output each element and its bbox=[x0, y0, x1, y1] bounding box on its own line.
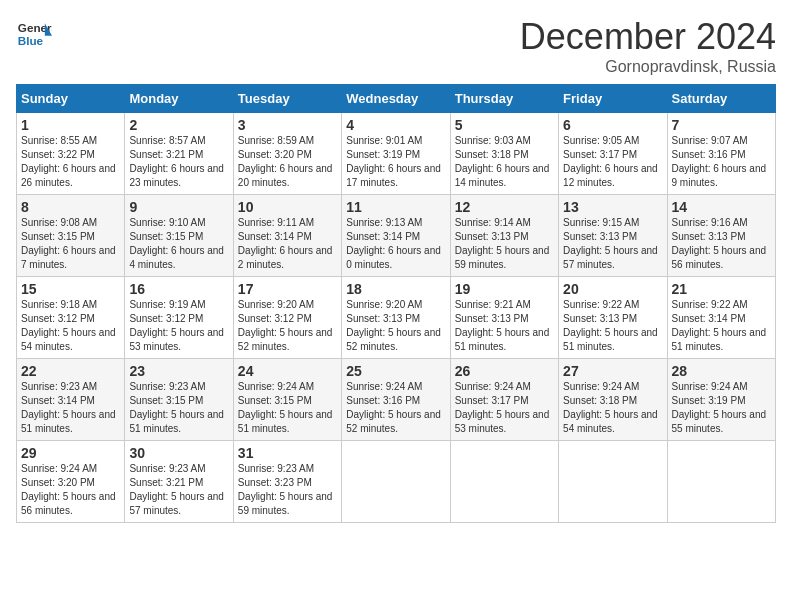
day-cell: 26Sunrise: 9:24 AMSunset: 3:17 PMDayligh… bbox=[450, 359, 558, 441]
day-number: 16 bbox=[129, 281, 228, 297]
day-detail: Sunrise: 8:55 AMSunset: 3:22 PMDaylight:… bbox=[21, 134, 120, 190]
week-row-5: 29Sunrise: 9:24 AMSunset: 3:20 PMDayligh… bbox=[17, 441, 776, 523]
calendar-table: SundayMondayTuesdayWednesdayThursdayFrid… bbox=[16, 84, 776, 523]
header-thursday: Thursday bbox=[450, 85, 558, 113]
day-number: 24 bbox=[238, 363, 337, 379]
day-cell: 31Sunrise: 9:23 AMSunset: 3:23 PMDayligh… bbox=[233, 441, 341, 523]
day-number: 21 bbox=[672, 281, 771, 297]
week-row-2: 8Sunrise: 9:08 AMSunset: 3:15 PMDaylight… bbox=[17, 195, 776, 277]
day-cell: 8Sunrise: 9:08 AMSunset: 3:15 PMDaylight… bbox=[17, 195, 125, 277]
day-cell: 22Sunrise: 9:23 AMSunset: 3:14 PMDayligh… bbox=[17, 359, 125, 441]
day-detail: Sunrise: 9:23 AMSunset: 3:21 PMDaylight:… bbox=[129, 462, 228, 518]
header-friday: Friday bbox=[559, 85, 667, 113]
day-number: 20 bbox=[563, 281, 662, 297]
day-number: 23 bbox=[129, 363, 228, 379]
day-number: 25 bbox=[346, 363, 445, 379]
day-detail: Sunrise: 9:23 AMSunset: 3:15 PMDaylight:… bbox=[129, 380, 228, 436]
day-detail: Sunrise: 9:20 AMSunset: 3:12 PMDaylight:… bbox=[238, 298, 337, 354]
day-detail: Sunrise: 9:15 AMSunset: 3:13 PMDaylight:… bbox=[563, 216, 662, 272]
day-cell: 15Sunrise: 9:18 AMSunset: 3:12 PMDayligh… bbox=[17, 277, 125, 359]
day-number: 12 bbox=[455, 199, 554, 215]
day-cell: 13Sunrise: 9:15 AMSunset: 3:13 PMDayligh… bbox=[559, 195, 667, 277]
day-cell: 17Sunrise: 9:20 AMSunset: 3:12 PMDayligh… bbox=[233, 277, 341, 359]
day-cell: 11Sunrise: 9:13 AMSunset: 3:14 PMDayligh… bbox=[342, 195, 450, 277]
day-number: 27 bbox=[563, 363, 662, 379]
day-cell: 7Sunrise: 9:07 AMSunset: 3:16 PMDaylight… bbox=[667, 113, 775, 195]
header-sunday: Sunday bbox=[17, 85, 125, 113]
day-cell: 20Sunrise: 9:22 AMSunset: 3:13 PMDayligh… bbox=[559, 277, 667, 359]
day-detail: Sunrise: 9:24 AMSunset: 3:16 PMDaylight:… bbox=[346, 380, 445, 436]
day-cell: 2Sunrise: 8:57 AMSunset: 3:21 PMDaylight… bbox=[125, 113, 233, 195]
day-cell: 3Sunrise: 8:59 AMSunset: 3:20 PMDaylight… bbox=[233, 113, 341, 195]
header-saturday: Saturday bbox=[667, 85, 775, 113]
day-number: 8 bbox=[21, 199, 120, 215]
logo-icon: General Blue bbox=[16, 16, 52, 52]
day-number: 31 bbox=[238, 445, 337, 461]
day-number: 18 bbox=[346, 281, 445, 297]
day-cell: 10Sunrise: 9:11 AMSunset: 3:14 PMDayligh… bbox=[233, 195, 341, 277]
day-detail: Sunrise: 8:57 AMSunset: 3:21 PMDaylight:… bbox=[129, 134, 228, 190]
day-detail: Sunrise: 9:23 AMSunset: 3:14 PMDaylight:… bbox=[21, 380, 120, 436]
day-detail: Sunrise: 9:08 AMSunset: 3:15 PMDaylight:… bbox=[21, 216, 120, 272]
day-detail: Sunrise: 9:20 AMSunset: 3:13 PMDaylight:… bbox=[346, 298, 445, 354]
day-cell: 19Sunrise: 9:21 AMSunset: 3:13 PMDayligh… bbox=[450, 277, 558, 359]
day-cell: 29Sunrise: 9:24 AMSunset: 3:20 PMDayligh… bbox=[17, 441, 125, 523]
day-detail: Sunrise: 9:11 AMSunset: 3:14 PMDaylight:… bbox=[238, 216, 337, 272]
svg-text:Blue: Blue bbox=[18, 34, 44, 47]
day-detail: Sunrise: 9:16 AMSunset: 3:13 PMDaylight:… bbox=[672, 216, 771, 272]
calendar-body: 1Sunrise: 8:55 AMSunset: 3:22 PMDaylight… bbox=[17, 113, 776, 523]
day-number: 22 bbox=[21, 363, 120, 379]
day-cell bbox=[342, 441, 450, 523]
day-number: 15 bbox=[21, 281, 120, 297]
day-number: 26 bbox=[455, 363, 554, 379]
day-detail: Sunrise: 9:24 AMSunset: 3:19 PMDaylight:… bbox=[672, 380, 771, 436]
header-tuesday: Tuesday bbox=[233, 85, 341, 113]
day-cell: 28Sunrise: 9:24 AMSunset: 3:19 PMDayligh… bbox=[667, 359, 775, 441]
calendar-header-row: SundayMondayTuesdayWednesdayThursdayFrid… bbox=[17, 85, 776, 113]
page-header: General Blue December 2024 Gornopravdins… bbox=[16, 16, 776, 76]
day-cell bbox=[559, 441, 667, 523]
header-wednesday: Wednesday bbox=[342, 85, 450, 113]
day-cell: 25Sunrise: 9:24 AMSunset: 3:16 PMDayligh… bbox=[342, 359, 450, 441]
day-cell: 14Sunrise: 9:16 AMSunset: 3:13 PMDayligh… bbox=[667, 195, 775, 277]
day-detail: Sunrise: 9:24 AMSunset: 3:20 PMDaylight:… bbox=[21, 462, 120, 518]
day-cell: 23Sunrise: 9:23 AMSunset: 3:15 PMDayligh… bbox=[125, 359, 233, 441]
day-number: 4 bbox=[346, 117, 445, 133]
day-detail: Sunrise: 9:07 AMSunset: 3:16 PMDaylight:… bbox=[672, 134, 771, 190]
day-cell: 5Sunrise: 9:03 AMSunset: 3:18 PMDaylight… bbox=[450, 113, 558, 195]
day-number: 30 bbox=[129, 445, 228, 461]
day-detail: Sunrise: 9:21 AMSunset: 3:13 PMDaylight:… bbox=[455, 298, 554, 354]
week-row-3: 15Sunrise: 9:18 AMSunset: 3:12 PMDayligh… bbox=[17, 277, 776, 359]
day-cell: 27Sunrise: 9:24 AMSunset: 3:18 PMDayligh… bbox=[559, 359, 667, 441]
day-cell: 12Sunrise: 9:14 AMSunset: 3:13 PMDayligh… bbox=[450, 195, 558, 277]
title-block: December 2024 Gornopravdinsk, Russia bbox=[520, 16, 776, 76]
day-cell: 18Sunrise: 9:20 AMSunset: 3:13 PMDayligh… bbox=[342, 277, 450, 359]
day-detail: Sunrise: 9:19 AMSunset: 3:12 PMDaylight:… bbox=[129, 298, 228, 354]
day-detail: Sunrise: 9:24 AMSunset: 3:17 PMDaylight:… bbox=[455, 380, 554, 436]
day-number: 2 bbox=[129, 117, 228, 133]
day-number: 17 bbox=[238, 281, 337, 297]
day-number: 10 bbox=[238, 199, 337, 215]
day-detail: Sunrise: 9:14 AMSunset: 3:13 PMDaylight:… bbox=[455, 216, 554, 272]
day-detail: Sunrise: 9:01 AMSunset: 3:19 PMDaylight:… bbox=[346, 134, 445, 190]
day-detail: Sunrise: 9:24 AMSunset: 3:15 PMDaylight:… bbox=[238, 380, 337, 436]
day-cell: 1Sunrise: 8:55 AMSunset: 3:22 PMDaylight… bbox=[17, 113, 125, 195]
day-detail: Sunrise: 9:05 AMSunset: 3:17 PMDaylight:… bbox=[563, 134, 662, 190]
page-subtitle: Gornopravdinsk, Russia bbox=[520, 58, 776, 76]
day-number: 28 bbox=[672, 363, 771, 379]
header-monday: Monday bbox=[125, 85, 233, 113]
day-cell: 16Sunrise: 9:19 AMSunset: 3:12 PMDayligh… bbox=[125, 277, 233, 359]
day-cell: 21Sunrise: 9:22 AMSunset: 3:14 PMDayligh… bbox=[667, 277, 775, 359]
day-number: 19 bbox=[455, 281, 554, 297]
day-cell: 30Sunrise: 9:23 AMSunset: 3:21 PMDayligh… bbox=[125, 441, 233, 523]
day-number: 13 bbox=[563, 199, 662, 215]
day-number: 9 bbox=[129, 199, 228, 215]
day-cell: 9Sunrise: 9:10 AMSunset: 3:15 PMDaylight… bbox=[125, 195, 233, 277]
day-number: 1 bbox=[21, 117, 120, 133]
week-row-1: 1Sunrise: 8:55 AMSunset: 3:22 PMDaylight… bbox=[17, 113, 776, 195]
day-number: 5 bbox=[455, 117, 554, 133]
day-detail: Sunrise: 9:13 AMSunset: 3:14 PMDaylight:… bbox=[346, 216, 445, 272]
day-cell: 4Sunrise: 9:01 AMSunset: 3:19 PMDaylight… bbox=[342, 113, 450, 195]
day-detail: Sunrise: 9:03 AMSunset: 3:18 PMDaylight:… bbox=[455, 134, 554, 190]
day-detail: Sunrise: 9:18 AMSunset: 3:12 PMDaylight:… bbox=[21, 298, 120, 354]
